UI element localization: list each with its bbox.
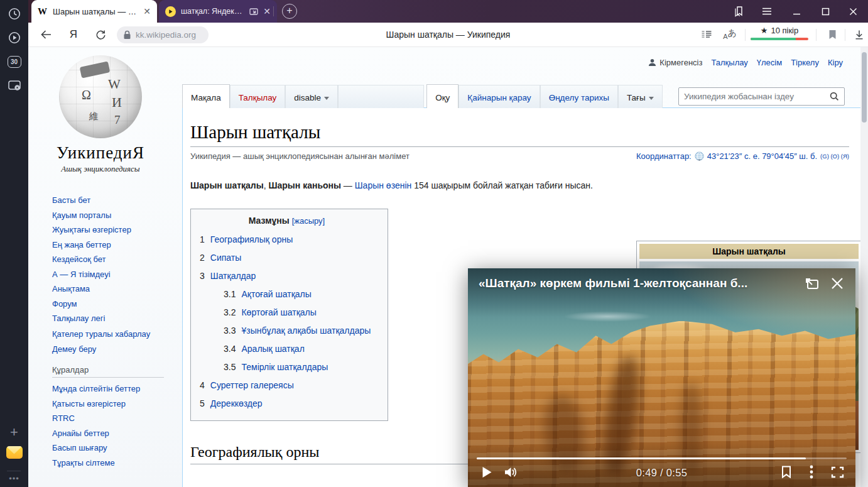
calendar-icon[interactable]: 30 (0, 52, 28, 72)
video-bookmark-icon[interactable] (775, 458, 798, 486)
pip-video-player[interactable]: «Шатқал» көркем фильмі 1-желтоқсаннан б.… (468, 268, 855, 487)
globe-icon[interactable] (695, 151, 704, 161)
tab-gadget-disable[interactable]: disable (285, 85, 338, 108)
divider (816, 29, 816, 41)
logo-subtitle: Ашық энциклопедиясы (38, 164, 163, 174)
toc-item: 1Географиялық орны (200, 231, 374, 249)
sidebar-link[interactable]: Кездейсоқ бет (52, 254, 106, 264)
sidebar-link[interactable]: Қателер туралы хабарлау (52, 329, 150, 339)
charyn-river-link[interactable]: Шарын өзенін (355, 180, 412, 190)
coordinates-services[interactable]: (G) (O) (Я) (820, 153, 849, 160)
wiki-search-input[interactable] (684, 92, 830, 101)
maximize-button[interactable] (813, 0, 838, 23)
article-tabs: Мақала Талқылау disable Оқу Қайнарын қар… (182, 85, 663, 108)
minimize-button[interactable] (784, 0, 809, 23)
search-icon[interactable] (830, 92, 839, 101)
back-icon[interactable] (36, 23, 56, 47)
close-video-icon[interactable] (830, 276, 844, 291)
tab-article[interactable]: Мақала (182, 84, 230, 108)
browser-tab-video[interactable]: шатқал: Яндекс.Виде ✕ (159, 0, 277, 23)
tab-view-source[interactable]: Қайнарын қарау (458, 85, 540, 108)
tools-link[interactable]: Тұрақты сілтеме (52, 458, 115, 468)
tab-blank[interactable] (338, 85, 424, 108)
close-window-button[interactable] (840, 0, 865, 23)
tab-talk[interactable]: Талқылау (230, 85, 286, 108)
new-tab-button[interactable]: + (282, 4, 297, 19)
toc-item: 5Дереккөздер (200, 395, 374, 413)
tools-link[interactable]: RTRC (52, 413, 75, 423)
coordinates: Координаттар: 43°21′23″ с. е. 79°04′45″ … (636, 151, 849, 161)
download-icon[interactable] (850, 23, 868, 47)
lock-icon[interactable] (123, 30, 131, 40)
sidebar-link[interactable]: Демеу беру (52, 344, 96, 354)
sidebar-link[interactable]: А — Я тізімдеуі (52, 270, 111, 279)
tools-link[interactable]: Басып шығару (52, 443, 107, 452)
translate-icon[interactable]: Aあ (719, 23, 741, 47)
tab-strip: W Шарын шатқалы — Уик ✕ шатқал: Яндекс.В… (28, 0, 868, 23)
table-of-contents: Мазмұны [жасыру] 1Географиялық орны 2Сип… (190, 209, 388, 421)
toc-item: 2Сипаты (200, 249, 374, 267)
sidebar-add-icon[interactable]: + (0, 422, 28, 442)
sidebar-link[interactable]: Анықтама (52, 284, 90, 293)
tools-section-title: Құралдар (52, 365, 164, 378)
page-scrollbar[interactable] (860, 47, 868, 487)
tab-more[interactable]: Тағы (618, 85, 663, 108)
tab-close-icon[interactable]: ✕ (143, 7, 151, 16)
refresh-icon[interactable] (91, 23, 110, 47)
personal-link-register[interactable]: Тіркелу (791, 58, 819, 67)
video-title: «Шатқал» көркем фильмі 1-желтоқсаннан б.… (479, 276, 793, 290)
tab-separator (273, 6, 274, 16)
tab-read[interactable]: Оқу (426, 84, 458, 108)
sidebar-link[interactable]: Форум (52, 299, 77, 309)
sidebar-link[interactable]: Қауым порталы (52, 211, 111, 220)
reader-mode-icon[interactable] (697, 23, 716, 47)
coordinates-value[interactable]: 43°21′23″ с. е. 79°04′45″ ш. б. (707, 151, 817, 161)
tab-close-icon[interactable]: ✕ (263, 7, 271, 16)
toc-item: 3.5Темірлік шатқалдары (200, 358, 374, 376)
anonymous-user: Кірмегенсіз (648, 58, 702, 67)
sidebar-link[interactable]: Талқылау легі (52, 314, 105, 323)
rating-bar (751, 38, 808, 40)
puzzle-globe-icon: W Ω И 維 7 (59, 55, 142, 138)
wikipedia-favicon: W (38, 6, 47, 17)
toc-item: 3.4Аралық шатқал (200, 340, 374, 358)
wikipedia-logo[interactable]: W Ω И 維 7 УикипедиЯ Ашық энциклопедиясы (38, 55, 163, 174)
screenshot-icon[interactable] (0, 75, 28, 96)
video-more-icon[interactable] (800, 458, 823, 486)
menu-icon[interactable] (754, 0, 779, 23)
url-field[interactable]: kk.wikipedia.org (117, 26, 209, 43)
site-rating[interactable]: ★ 10 пікір (751, 26, 808, 45)
fullscreen-icon[interactable] (825, 458, 849, 486)
personal-link-login[interactable]: Кіру (828, 58, 843, 67)
tab-history[interactable]: Өңделу тарихы (540, 85, 618, 108)
browser-tab-wikipedia[interactable]: W Шарын шатқалы — Уик ✕ (31, 0, 157, 23)
history-clock-icon[interactable] (0, 4, 28, 24)
tools-link[interactable]: Қатысты өзгерістер (52, 399, 126, 408)
sidebar-link[interactable]: Ең жаңа беттер (52, 240, 111, 249)
tools-link[interactable]: Мұнда сілтейтін беттер (52, 384, 140, 393)
yandex-button[interactable]: Я (65, 23, 82, 47)
video-progress-fill (477, 457, 806, 459)
sidebar-more-icon[interactable]: ••• (0, 474, 28, 483)
logo-wordmark: УикипедиЯ (38, 143, 163, 163)
pip-icon[interactable] (249, 8, 258, 16)
yandex-mail-icon[interactable] (0, 444, 28, 461)
personal-link-talk[interactable]: Талқылау (711, 58, 747, 67)
wiki-sidebar-nav: Басты бет Қауым порталы Жуықтағы өзгеріс… (52, 193, 175, 470)
sidebar-link[interactable]: Жуықтағы өзгерістер (52, 225, 131, 234)
scrollbar-thumb[interactable] (862, 52, 867, 123)
coordinates-label[interactable]: Координаттар: (636, 151, 692, 161)
sidebar-link[interactable]: Басты бет (52, 195, 90, 205)
tools-link[interactable]: Арнайы беттер (52, 429, 109, 438)
tab-title: шатқал: Яндекс.Виде (181, 7, 245, 16)
toc-hide-link[interactable]: [жасыру] (292, 216, 325, 226)
video-play-icon[interactable] (0, 28, 28, 48)
user-icon (648, 58, 656, 67)
divider (845, 29, 845, 41)
personal-link-contribs[interactable]: Үлесім (757, 58, 782, 67)
url-text: kk.wikipedia.org (136, 30, 196, 40)
tab-title: Шарын шатқалы — Уик (53, 7, 138, 16)
bookmark-flag-icon[interactable] (822, 23, 842, 47)
side-panels-icon[interactable] (727, 0, 752, 23)
exit-pip-icon[interactable] (804, 276, 820, 291)
